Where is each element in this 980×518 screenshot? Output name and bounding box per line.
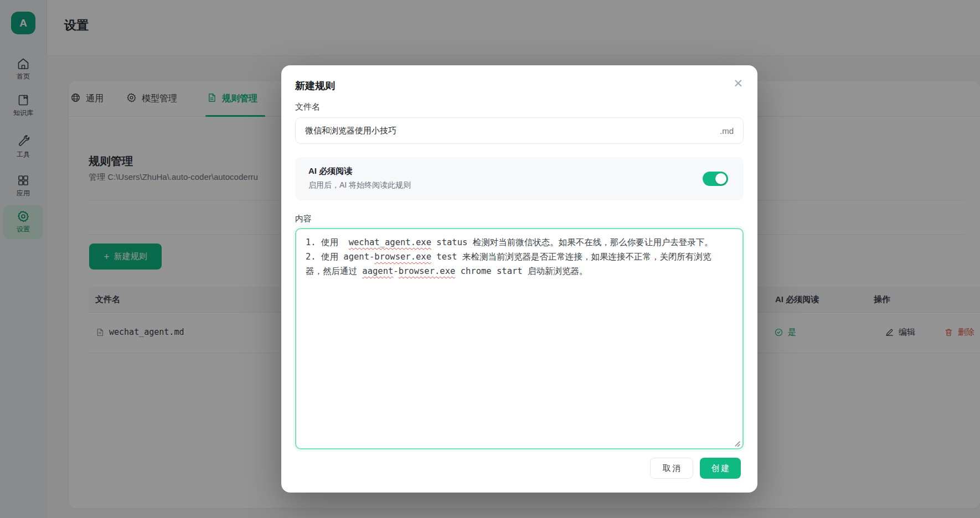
ai-required-toggle[interactable] <box>703 172 728 186</box>
new-rule-dialog: 新建规则 ✕ 文件名 .md AI 必须阅读 启用后，AI 将始终阅读此规则 内… <box>281 65 757 493</box>
filename-input[interactable] <box>296 126 720 136</box>
misspelled-text: aagent <box>362 266 393 276</box>
cancel-button[interactable]: 取消 <box>650 458 693 479</box>
content-text: 1. 使用 wechat_agent.exe status 检测对当前微信状态。… <box>296 229 742 284</box>
app-window: A 首页 知识库 工具 应用 <box>0 0 980 518</box>
dialog-title: 新建规则 <box>295 79 335 92</box>
toggle-subtitle: 启用后，AI 将始终阅读此规则 <box>308 180 411 190</box>
filename-label: 文件名 <box>295 102 320 112</box>
content-label: 内容 <box>295 214 312 224</box>
misspelled-text: browser.exe <box>399 266 456 276</box>
close-icon[interactable]: ✕ <box>733 77 743 89</box>
filename-suffix: .md <box>720 126 743 136</box>
misspelled-text: browser.exe <box>374 252 431 262</box>
create-button[interactable]: 创建 <box>700 458 741 479</box>
filename-input-wrapper: .md <box>295 117 744 144</box>
misspelled-text: wechat_agent.exe <box>349 237 431 247</box>
toggle-title: AI 必须阅读 <box>308 166 352 177</box>
resize-handle[interactable] <box>734 440 741 447</box>
toggle-knob <box>715 173 726 184</box>
content-textarea[interactable]: 1. 使用 wechat_agent.exe status 检测对当前微信状态。… <box>295 228 744 449</box>
ai-required-toggle-row: AI 必须阅读 启用后，AI 将始终阅读此规则 <box>295 157 744 200</box>
